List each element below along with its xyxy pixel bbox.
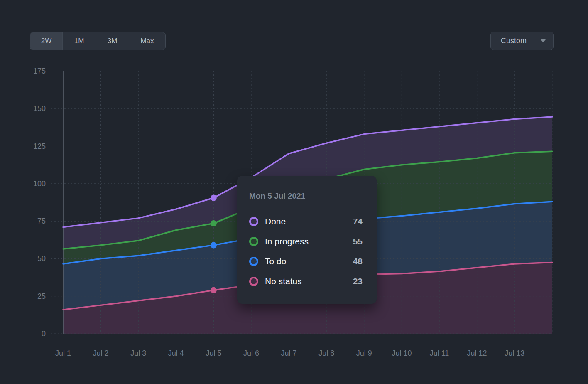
chart-tooltip: Mon 5 Jul 2021 Done 74 In progress 55 To…: [237, 176, 377, 304]
y-tick-label-50: 50: [37, 254, 46, 263]
x-tick-label-jul-1: Jul 1: [55, 349, 71, 357]
x-tick-label-jul-3: Jul 3: [130, 349, 146, 357]
tooltip-value: 23: [353, 276, 363, 286]
highlight-dot-done: [211, 195, 217, 201]
to-do-ring-icon: [249, 257, 258, 266]
x-tick-label-jul-12: Jul 12: [467, 349, 487, 357]
y-tick-label-125: 125: [33, 142, 46, 150]
in-progress-ring-icon: [249, 237, 258, 246]
insights-chart-page: 2W 1M 3M Max Custom 0255075100125150175J…: [0, 0, 588, 384]
y-tick-label-75: 75: [37, 217, 46, 225]
tooltip-row-done: Done 74: [249, 212, 363, 231]
no-status-ring-icon: [249, 277, 258, 286]
y-tick-label-100: 100: [33, 180, 46, 188]
x-tick-label-jul-10: Jul 10: [392, 349, 412, 357]
y-tick-label-25: 25: [37, 292, 46, 300]
tooltip-value: 74: [353, 217, 363, 226]
done-ring-icon: [249, 217, 258, 226]
tooltip-row-to-do: To do 48: [249, 251, 363, 271]
x-tick-label-jul-7: Jul 7: [281, 349, 297, 357]
x-tick-label-jul-8: Jul 8: [318, 349, 334, 357]
tooltip-label: In progress: [265, 236, 353, 246]
tooltip-value: 55: [353, 236, 363, 246]
tooltip-label: Done: [265, 217, 353, 226]
x-tick-label-jul-6: Jul 6: [243, 349, 259, 357]
x-tick-label-jul-4: Jul 4: [168, 349, 184, 357]
x-tick-label-jul-9: Jul 9: [356, 349, 372, 357]
x-tick-label-jul-5: Jul 5: [206, 349, 221, 357]
tooltip-label: No status: [265, 276, 353, 286]
tooltip-date: Mon 5 Jul 2021: [249, 192, 363, 201]
highlight-dot-to-do: [211, 242, 217, 248]
x-tick-label-jul-13: Jul 13: [505, 349, 524, 357]
y-tick-label-0: 0: [42, 330, 46, 338]
tooltip-label: To do: [265, 256, 353, 266]
tooltip-row-no-status: No status 23: [249, 271, 363, 291]
tooltip-value: 48: [353, 256, 363, 266]
y-tick-label-150: 150: [33, 104, 46, 113]
highlight-dot-in-progress: [211, 220, 217, 226]
y-tick-label-175: 175: [33, 67, 46, 75]
x-tick-label-jul-11: Jul 11: [430, 349, 449, 357]
highlight-dot-no-status: [211, 287, 217, 293]
x-tick-label-jul-2: Jul 2: [93, 349, 109, 357]
tooltip-row-in-progress: In progress 55: [249, 231, 363, 251]
